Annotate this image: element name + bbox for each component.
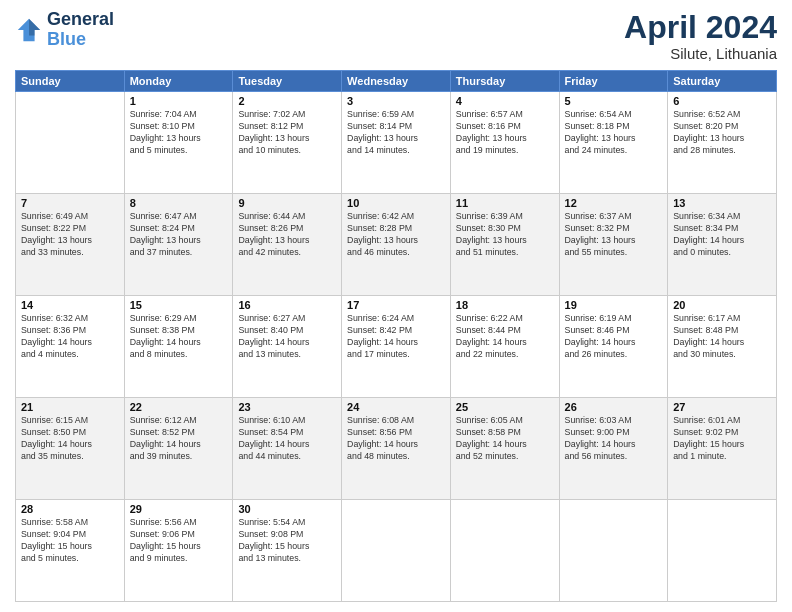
day-info: Sunrise: 6:22 AM Sunset: 8:44 PM Dayligh… <box>456 313 554 361</box>
calendar-cell: 17Sunrise: 6:24 AM Sunset: 8:42 PM Dayli… <box>342 296 451 398</box>
logo-text: General Blue <box>47 10 114 50</box>
location-subtitle: Silute, Lithuania <box>624 45 777 62</box>
weekday-header-monday: Monday <box>124 71 233 92</box>
calendar-cell: 5Sunrise: 6:54 AM Sunset: 8:18 PM Daylig… <box>559 92 668 194</box>
calendar-cell: 26Sunrise: 6:03 AM Sunset: 9:00 PM Dayli… <box>559 398 668 500</box>
day-info: Sunrise: 6:05 AM Sunset: 8:58 PM Dayligh… <box>456 415 554 463</box>
weekday-header-saturday: Saturday <box>668 71 777 92</box>
month-title: April 2024 <box>624 10 777 45</box>
calendar-cell: 10Sunrise: 6:42 AM Sunset: 8:28 PM Dayli… <box>342 194 451 296</box>
day-info: Sunrise: 6:32 AM Sunset: 8:36 PM Dayligh… <box>21 313 119 361</box>
svg-marker-1 <box>29 19 40 36</box>
day-info: Sunrise: 6:15 AM Sunset: 8:50 PM Dayligh… <box>21 415 119 463</box>
day-number: 13 <box>673 197 771 209</box>
calendar-cell: 2Sunrise: 7:02 AM Sunset: 8:12 PM Daylig… <box>233 92 342 194</box>
weekday-header-friday: Friday <box>559 71 668 92</box>
day-number: 18 <box>456 299 554 311</box>
calendar-cell: 22Sunrise: 6:12 AM Sunset: 8:52 PM Dayli… <box>124 398 233 500</box>
day-info: Sunrise: 6:57 AM Sunset: 8:16 PM Dayligh… <box>456 109 554 157</box>
day-number: 30 <box>238 503 336 515</box>
calendar-cell: 4Sunrise: 6:57 AM Sunset: 8:16 PM Daylig… <box>450 92 559 194</box>
calendar-cell <box>668 500 777 602</box>
weekday-header-tuesday: Tuesday <box>233 71 342 92</box>
weekday-header-sunday: Sunday <box>16 71 125 92</box>
title-block: April 2024 Silute, Lithuania <box>624 10 777 62</box>
day-number: 21 <box>21 401 119 413</box>
logo: General Blue <box>15 10 114 50</box>
day-number: 25 <box>456 401 554 413</box>
day-info: Sunrise: 5:58 AM Sunset: 9:04 PM Dayligh… <box>21 517 119 565</box>
day-info: Sunrise: 6:37 AM Sunset: 8:32 PM Dayligh… <box>565 211 663 259</box>
day-number: 20 <box>673 299 771 311</box>
calendar-cell: 3Sunrise: 6:59 AM Sunset: 8:14 PM Daylig… <box>342 92 451 194</box>
day-info: Sunrise: 6:42 AM Sunset: 8:28 PM Dayligh… <box>347 211 445 259</box>
day-info: Sunrise: 6:12 AM Sunset: 8:52 PM Dayligh… <box>130 415 228 463</box>
day-info: Sunrise: 6:01 AM Sunset: 9:02 PM Dayligh… <box>673 415 771 463</box>
calendar-cell: 18Sunrise: 6:22 AM Sunset: 8:44 PM Dayli… <box>450 296 559 398</box>
day-number: 17 <box>347 299 445 311</box>
day-number: 3 <box>347 95 445 107</box>
day-info: Sunrise: 7:04 AM Sunset: 8:10 PM Dayligh… <box>130 109 228 157</box>
day-number: 10 <box>347 197 445 209</box>
calendar-cell <box>16 92 125 194</box>
day-info: Sunrise: 5:56 AM Sunset: 9:06 PM Dayligh… <box>130 517 228 565</box>
week-row-4: 21Sunrise: 6:15 AM Sunset: 8:50 PM Dayli… <box>16 398 777 500</box>
day-info: Sunrise: 6:54 AM Sunset: 8:18 PM Dayligh… <box>565 109 663 157</box>
weekday-header-row: SundayMondayTuesdayWednesdayThursdayFrid… <box>16 71 777 92</box>
day-number: 9 <box>238 197 336 209</box>
calendar-cell: 14Sunrise: 6:32 AM Sunset: 8:36 PM Dayli… <box>16 296 125 398</box>
day-info: Sunrise: 6:39 AM Sunset: 8:30 PM Dayligh… <box>456 211 554 259</box>
day-info: Sunrise: 6:24 AM Sunset: 8:42 PM Dayligh… <box>347 313 445 361</box>
day-info: Sunrise: 6:59 AM Sunset: 8:14 PM Dayligh… <box>347 109 445 157</box>
calendar-cell: 9Sunrise: 6:44 AM Sunset: 8:26 PM Daylig… <box>233 194 342 296</box>
calendar-cell: 27Sunrise: 6:01 AM Sunset: 9:02 PM Dayli… <box>668 398 777 500</box>
calendar-cell: 7Sunrise: 6:49 AM Sunset: 8:22 PM Daylig… <box>16 194 125 296</box>
calendar-cell: 13Sunrise: 6:34 AM Sunset: 8:34 PM Dayli… <box>668 194 777 296</box>
day-info: Sunrise: 6:10 AM Sunset: 8:54 PM Dayligh… <box>238 415 336 463</box>
day-number: 23 <box>238 401 336 413</box>
day-info: Sunrise: 6:17 AM Sunset: 8:48 PM Dayligh… <box>673 313 771 361</box>
day-number: 12 <box>565 197 663 209</box>
day-info: Sunrise: 6:52 AM Sunset: 8:20 PM Dayligh… <box>673 109 771 157</box>
day-number: 6 <box>673 95 771 107</box>
calendar-cell: 25Sunrise: 6:05 AM Sunset: 8:58 PM Dayli… <box>450 398 559 500</box>
calendar-cell: 28Sunrise: 5:58 AM Sunset: 9:04 PM Dayli… <box>16 500 125 602</box>
logo-line2: Blue <box>47 29 86 49</box>
day-info: Sunrise: 6:19 AM Sunset: 8:46 PM Dayligh… <box>565 313 663 361</box>
calendar-cell <box>342 500 451 602</box>
day-info: Sunrise: 6:34 AM Sunset: 8:34 PM Dayligh… <box>673 211 771 259</box>
day-number: 28 <box>21 503 119 515</box>
day-info: Sunrise: 6:08 AM Sunset: 8:56 PM Dayligh… <box>347 415 445 463</box>
day-number: 19 <box>565 299 663 311</box>
day-number: 16 <box>238 299 336 311</box>
day-number: 5 <box>565 95 663 107</box>
week-row-5: 28Sunrise: 5:58 AM Sunset: 9:04 PM Dayli… <box>16 500 777 602</box>
calendar-cell: 20Sunrise: 6:17 AM Sunset: 8:48 PM Dayli… <box>668 296 777 398</box>
day-number: 27 <box>673 401 771 413</box>
calendar-cell: 6Sunrise: 6:52 AM Sunset: 8:20 PM Daylig… <box>668 92 777 194</box>
calendar-cell <box>559 500 668 602</box>
calendar: SundayMondayTuesdayWednesdayThursdayFrid… <box>15 70 777 602</box>
calendar-cell: 16Sunrise: 6:27 AM Sunset: 8:40 PM Dayli… <box>233 296 342 398</box>
day-info: Sunrise: 6:03 AM Sunset: 9:00 PM Dayligh… <box>565 415 663 463</box>
day-number: 2 <box>238 95 336 107</box>
weekday-header-thursday: Thursday <box>450 71 559 92</box>
calendar-cell: 1Sunrise: 7:04 AM Sunset: 8:10 PM Daylig… <box>124 92 233 194</box>
week-row-3: 14Sunrise: 6:32 AM Sunset: 8:36 PM Dayli… <box>16 296 777 398</box>
day-info: Sunrise: 6:49 AM Sunset: 8:22 PM Dayligh… <box>21 211 119 259</box>
logo-line1: General <box>47 10 114 30</box>
day-info: Sunrise: 6:27 AM Sunset: 8:40 PM Dayligh… <box>238 313 336 361</box>
day-number: 24 <box>347 401 445 413</box>
calendar-cell: 12Sunrise: 6:37 AM Sunset: 8:32 PM Dayli… <box>559 194 668 296</box>
week-row-2: 7Sunrise: 6:49 AM Sunset: 8:22 PM Daylig… <box>16 194 777 296</box>
day-number: 14 <box>21 299 119 311</box>
day-number: 29 <box>130 503 228 515</box>
day-number: 11 <box>456 197 554 209</box>
day-number: 22 <box>130 401 228 413</box>
week-row-1: 1Sunrise: 7:04 AM Sunset: 8:10 PM Daylig… <box>16 92 777 194</box>
calendar-cell: 30Sunrise: 5:54 AM Sunset: 9:08 PM Dayli… <box>233 500 342 602</box>
day-info: Sunrise: 6:47 AM Sunset: 8:24 PM Dayligh… <box>130 211 228 259</box>
day-info: Sunrise: 6:44 AM Sunset: 8:26 PM Dayligh… <box>238 211 336 259</box>
day-info: Sunrise: 7:02 AM Sunset: 8:12 PM Dayligh… <box>238 109 336 157</box>
day-number: 7 <box>21 197 119 209</box>
